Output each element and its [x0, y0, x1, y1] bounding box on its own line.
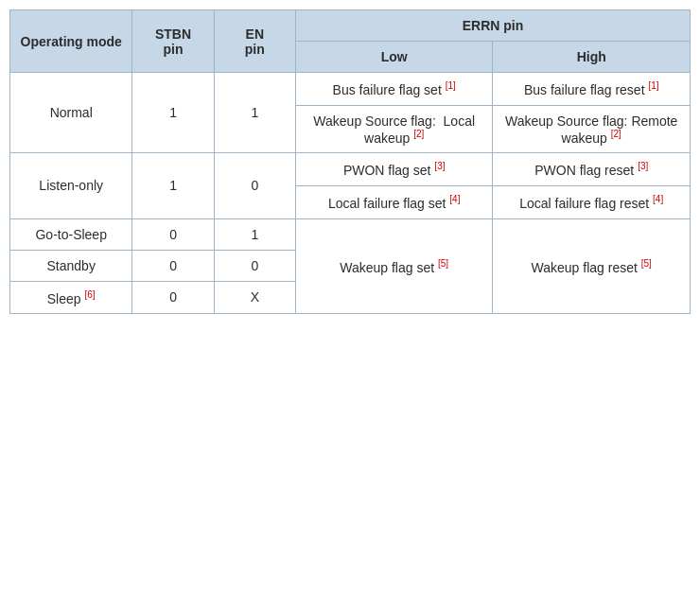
header-high: High: [493, 42, 691, 73]
cell-low: Wakeup flag set [5]: [295, 218, 493, 314]
header-stbn: STBNpin: [132, 10, 214, 73]
cell-high: PWON flag reset [3]: [493, 153, 691, 186]
header-mode: Operating mode: [10, 10, 132, 73]
sup-3h: [3]: [638, 161, 648, 171]
cell-mode: Sleep [6]: [10, 281, 132, 314]
sup-5: [5]: [438, 258, 448, 269]
header-en: ENpin: [214, 10, 295, 73]
header-errn: ERRN pin: [295, 10, 690, 42]
cell-stbn: 1: [132, 73, 214, 153]
table-row: Normal 1 1 Bus failure flag set [1] Bus …: [10, 73, 691, 106]
cell-stbn: 1: [132, 153, 214, 218]
cell-mode: Go-to-Sleep: [10, 218, 132, 250]
cell-high: Bus failure flag reset [1]: [493, 73, 691, 106]
cell-low: Local failure flag set [4]: [295, 185, 493, 218]
cell-low: Wakeup Source flag: Local wakeup [2]: [295, 105, 493, 153]
table-row: Listen-only 1 0 PWON flag set [3] PWON f…: [10, 153, 691, 186]
cell-high: Wakeup flag reset [5]: [493, 218, 691, 314]
cell-stbn: 0: [132, 218, 214, 250]
sup-1h: [1]: [648, 80, 658, 91]
sup-4: [4]: [449, 194, 460, 204]
cell-high: Local failure flag reset [4]: [493, 185, 691, 218]
sup-6: [6]: [84, 289, 95, 300]
table-row: Go-to-Sleep 0 1 Wakeup flag set [5] Wake…: [10, 218, 691, 250]
header-low: Low: [295, 42, 493, 73]
cell-en: 0: [214, 250, 295, 281]
cell-en: 1: [214, 218, 295, 250]
sup-1: [1]: [446, 80, 456, 91]
cell-low: Bus failure flag set [1]: [295, 73, 493, 106]
pin-table: Operating mode STBNpin ENpin ERRN pin Lo…: [9, 9, 691, 314]
cell-en: 0: [214, 153, 295, 218]
cell-high: Wakeup Source flag: Remote wakeup [2]: [493, 105, 691, 153]
cell-mode: Standby: [10, 250, 132, 281]
table-wrapper: Operating mode STBNpin ENpin ERRN pin Lo…: [9, 9, 691, 314]
sup-2h: [2]: [611, 129, 621, 139]
cell-stbn: 0: [132, 250, 214, 281]
cell-stbn: 0: [132, 281, 214, 314]
sup-2: [2]: [413, 129, 424, 139]
cell-mode: Normal: [10, 73, 132, 153]
cell-en: X: [214, 281, 295, 314]
sup-3: [3]: [434, 161, 445, 171]
sup-5h: [5]: [641, 258, 652, 269]
sup-4h: [4]: [653, 194, 663, 204]
cell-mode: Listen-only: [10, 153, 132, 218]
cell-en: 1: [214, 73, 295, 153]
cell-low: PWON flag set [3]: [295, 153, 493, 186]
